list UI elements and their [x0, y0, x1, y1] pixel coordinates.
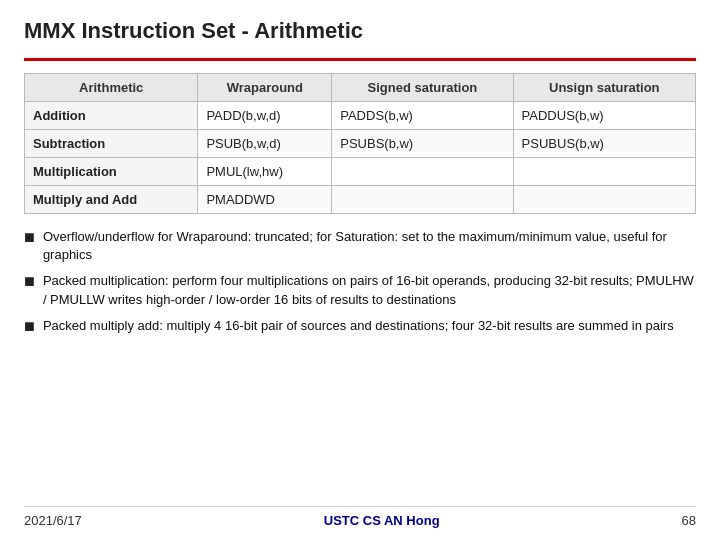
table-cell-3-1: PMADDWD [198, 186, 332, 214]
note-text-2: Packed multiplication: perform four mult… [43, 272, 696, 308]
title-bar: MMX Instruction Set - Arithmetic [24, 18, 696, 44]
note-bullet-3: ■ [24, 317, 35, 337]
table-row: SubtractionPSUB(b,w,d)PSUBS(b,w)PSUBUS(b… [25, 130, 696, 158]
col-header-unsign-sat: Unsign saturation [513, 74, 695, 102]
table-cell-2-0: Multiplication [25, 158, 198, 186]
table-row: AdditionPADD(b,w,d)PADDS(b,w)PADDUS(b,w) [25, 102, 696, 130]
table-cell-0-3: PADDUS(b,w) [513, 102, 695, 130]
table-cell-2-2 [332, 158, 513, 186]
note-item-1: ■ Overflow/underflow for Wraparound: tru… [24, 228, 696, 264]
table-cell-1-0: Subtraction [25, 130, 198, 158]
col-header-arithmetic: Arithmetic [25, 74, 198, 102]
table-cell-0-0: Addition [25, 102, 198, 130]
notes-section: ■ Overflow/underflow for Wraparound: tru… [24, 228, 696, 337]
col-header-signed-sat: Signed saturation [332, 74, 513, 102]
page-title: MMX Instruction Set - Arithmetic [24, 18, 363, 44]
table-cell-1-3: PSUBUS(b,w) [513, 130, 695, 158]
table-cell-0-1: PADD(b,w,d) [198, 102, 332, 130]
col-header-wraparound: Wraparound [198, 74, 332, 102]
table-cell-0-2: PADDS(b,w) [332, 102, 513, 130]
note-bullet-1: ■ [24, 228, 35, 248]
table-row: MultiplicationPMUL(lw,hw) [25, 158, 696, 186]
note-item-3: ■ Packed multiply add: multiply 4 16-bit… [24, 317, 696, 337]
page: MMX Instruction Set - Arithmetic Arithme… [0, 0, 720, 540]
table-cell-3-0: Multiply and Add [25, 186, 198, 214]
note-text-3: Packed multiply add: multiply 4 16-bit p… [43, 317, 674, 335]
table-header-row: Arithmetic Wraparound Signed saturation … [25, 74, 696, 102]
table-cell-2-3 [513, 158, 695, 186]
footer-center: USTC CS AN Hong [324, 513, 440, 528]
table-row: Multiply and AddPMADDWD [25, 186, 696, 214]
table-cell-2-1: PMUL(lw,hw) [198, 158, 332, 186]
footer-page: 68 [682, 513, 696, 528]
table-cell-1-2: PSUBS(b,w) [332, 130, 513, 158]
table-cell-3-3 [513, 186, 695, 214]
table-wrapper: Arithmetic Wraparound Signed saturation … [24, 73, 696, 214]
table-cell-1-1: PSUB(b,w,d) [198, 130, 332, 158]
title-underline [24, 58, 696, 61]
instruction-table: Arithmetic Wraparound Signed saturation … [24, 73, 696, 214]
footer: 2021/6/17 USTC CS AN Hong 68 [24, 506, 696, 528]
note-bullet-2: ■ [24, 272, 35, 292]
note-item-2: ■ Packed multiplication: perform four mu… [24, 272, 696, 308]
table-cell-3-2 [332, 186, 513, 214]
note-text-1: Overflow/underflow for Wraparound: trunc… [43, 228, 696, 264]
footer-date: 2021/6/17 [24, 513, 82, 528]
